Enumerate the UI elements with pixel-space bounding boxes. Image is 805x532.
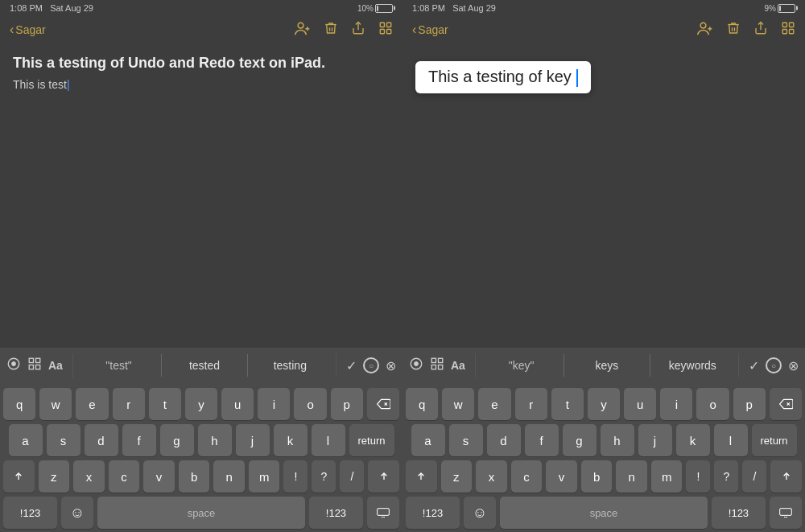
key-o-left[interactable]: o [294,388,326,420]
key-l-right[interactable]: l [714,424,748,456]
key-g-left[interactable]: g [160,424,194,456]
trash-icon[interactable] [324,21,338,39]
key-f-right[interactable]: f [525,424,559,456]
key-x-right[interactable]: x [476,460,507,493]
grid-icon-right[interactable] [430,357,444,374]
dismiss-icon-left[interactable]: ⊗ [386,358,396,373]
key-h-left[interactable]: h [198,424,232,456]
suggestion-3-left[interactable]: testing [247,354,332,377]
key-excl-right[interactable]: ! [686,460,710,493]
key-k-left[interactable]: k [274,424,308,456]
key-q-right[interactable]: q [406,388,438,420]
key-j-left[interactable]: j [236,424,270,456]
suggestion-2-left[interactable]: tested [161,354,246,377]
key-x-left[interactable]: x [73,460,105,493]
key-v-right[interactable]: v [546,460,577,493]
circle-icon-left[interactable]: ○ [363,357,379,373]
share-icon-left[interactable] [351,21,365,39]
key-num2-right[interactable]: !123 [712,497,766,529]
key-emoji-right[interactable]: ☺ [464,497,496,529]
key-space-right[interactable]: space [500,497,708,529]
key-y-right[interactable]: y [588,388,620,420]
key-g-right[interactable]: g [563,424,597,456]
key-i-right[interactable]: i [660,388,692,420]
key-num-right[interactable]: !123 [406,497,460,529]
key-z-right[interactable]: z [441,460,473,493]
key-u-right[interactable]: u [624,388,656,420]
trash-icon-right[interactable] [726,21,741,39]
dictation-icon-right[interactable] [409,357,423,374]
key-slash-right[interactable]: / [742,460,766,493]
key-e-right[interactable]: e [478,388,510,420]
key-excl-left[interactable]: ! [283,460,308,493]
person-add-icon-right[interactable] [697,21,713,39]
share-icon-right[interactable] [753,21,768,39]
key-keyboard-right[interactable] [770,497,802,529]
key-question-right[interactable]: ? [714,460,738,493]
key-w-right[interactable]: w [442,388,474,420]
font-icon-left[interactable]: Aa [48,359,63,372]
key-u-left[interactable]: u [221,388,254,420]
key-o-right[interactable]: o [696,388,729,420]
key-question-left[interactable]: ? [312,460,336,493]
key-w-left[interactable]: w [39,388,72,420]
key-b-right[interactable]: b [581,460,613,493]
key-shift-right[interactable] [406,460,437,493]
suggestion-1-left[interactable]: "test" [76,354,161,377]
notes-content-left[interactable]: This a testing of Undo and Redo text on … [0,45,402,348]
key-shift-left[interactable] [3,460,35,493]
key-m-right[interactable]: m [651,460,683,493]
key-z-left[interactable]: z [39,460,70,493]
key-n-right[interactable]: n [616,460,647,493]
back-button-left[interactable]: ‹ Sagar [10,23,46,37]
key-p-right[interactable]: p [733,388,766,420]
key-num2-left[interactable]: !123 [309,497,363,529]
key-r-left[interactable]: r [113,388,145,420]
suggestion-3-right[interactable]: keywords [650,354,735,377]
key-j-right[interactable]: j [638,424,672,456]
key-t-right[interactable]: t [551,388,584,420]
suggestion-2-right[interactable]: keys [564,354,649,377]
back-button-right[interactable]: ‹ Sagar [412,23,448,37]
key-num-left[interactable]: !123 [3,497,57,529]
more-icon-right[interactable] [781,21,795,39]
suggestion-1-right[interactable]: "key" [479,354,564,377]
key-shift2-left[interactable] [368,460,399,493]
key-shift2-right[interactable] [770,460,802,493]
key-c-left[interactable]: c [109,460,140,493]
key-return-left[interactable]: return [349,424,394,456]
dictation-icon-left[interactable] [6,357,21,374]
key-space-left[interactable]: space [97,497,305,529]
key-d-right[interactable]: d [487,424,521,456]
key-b-left[interactable]: b [179,460,210,493]
key-delete-right[interactable] [770,388,802,420]
key-d-left[interactable]: d [85,424,118,456]
checkmark-icon-left[interactable]: ✓ [346,358,357,373]
key-f-left[interactable]: f [122,424,156,456]
dismiss-icon-right[interactable]: ⊗ [788,358,799,373]
key-s-right[interactable]: s [449,424,483,456]
key-r-right[interactable]: r [515,388,547,420]
notes-content-right[interactable]: This a testing of key [402,45,805,348]
key-delete-left[interactable] [367,388,399,420]
key-c-right[interactable]: c [511,460,543,493]
key-l-left[interactable]: l [312,424,345,456]
checkmark-icon-right[interactable]: ✓ [749,358,759,373]
key-h-right[interactable]: h [601,424,634,456]
more-icon-left[interactable] [378,21,393,39]
key-return-right[interactable]: return [752,424,797,456]
key-emoji-left[interactable]: ☺ [61,497,93,529]
key-y-left[interactable]: y [185,388,217,420]
key-i-left[interactable]: i [258,388,290,420]
key-k-right[interactable]: k [676,424,710,456]
key-keyboard-left[interactable] [367,497,399,529]
key-a-left[interactable]: a [9,424,43,456]
key-p-left[interactable]: p [331,388,363,420]
grid-icon-left[interactable] [27,357,42,374]
key-a-right[interactable]: a [411,424,445,456]
circle-icon-right[interactable]: ○ [766,357,782,373]
key-s-left[interactable]: s [47,424,80,456]
key-q-left[interactable]: q [3,388,35,420]
key-t-left[interactable]: t [149,388,181,420]
key-v-left[interactable]: v [143,460,175,493]
